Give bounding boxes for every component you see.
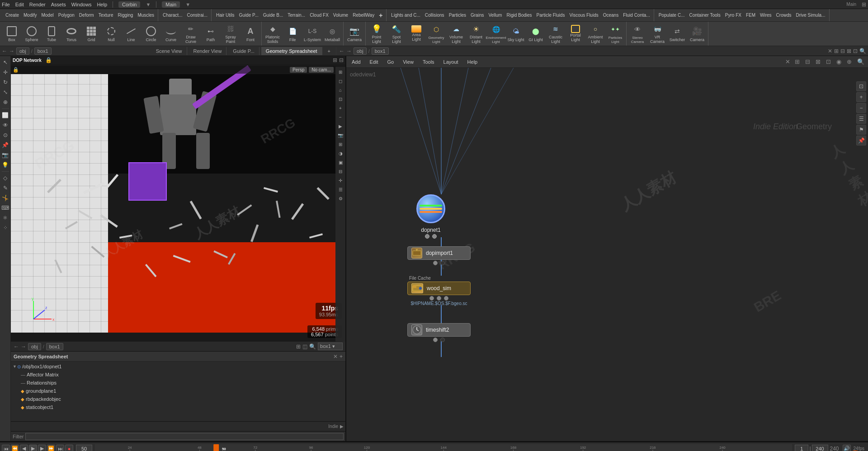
- net-icon4[interactable]: ⊠: [847, 48, 851, 54]
- tb1-model[interactable]: Model: [39, 12, 55, 19]
- tb1-guideb[interactable]: Guide B...: [261, 12, 285, 19]
- tool-metaball[interactable]: ◎ Metaball: [322, 23, 342, 45]
- lt-camera2[interactable]: 📷: [1, 150, 10, 160]
- prev-frame-btn[interactable]: ◀: [20, 445, 28, 451]
- tab-guide[interactable]: Guide P...: [228, 47, 259, 55]
- wood-sim-body[interactable]: wood_sim: [407, 282, 471, 295]
- menu-windows[interactable]: Windows: [71, 2, 92, 7]
- lt-particle[interactable]: ⁘: [1, 223, 10, 232]
- tb1-guidep[interactable]: Guide P...: [237, 12, 260, 19]
- net-tb6[interactable]: ◉: [836, 58, 841, 65]
- rpath-back-btn[interactable]: ←: [339, 48, 344, 54]
- viewport-icon1[interactable]: ⊞: [333, 57, 337, 63]
- menu-file[interactable]: File: [2, 2, 10, 7]
- net-tb5[interactable]: ⊡: [826, 58, 831, 65]
- viewport-icon2[interactable]: ⊟: [339, 57, 344, 63]
- dopimport1-pin2[interactable]: [440, 261, 445, 265]
- viewport-lock-btn[interactable]: 🔒: [13, 67, 19, 73]
- tool-null[interactable]: Null: [101, 23, 121, 45]
- path-forward-btn[interactable]: →: [9, 48, 14, 54]
- tool-platonic[interactable]: ◆ PlatonicSolids: [263, 23, 283, 45]
- ss-path-fwd[interactable]: →: [21, 343, 26, 350]
- tb1-particles[interactable]: Particles: [447, 12, 468, 19]
- tool-sphere[interactable]: Sphere: [22, 23, 42, 45]
- net-go-btn[interactable]: Go: [385, 58, 397, 66]
- tb1-oceans[interactable]: Oceans: [601, 12, 620, 19]
- ss-add[interactable]: +: [340, 353, 343, 360]
- menu-help[interactable]: Help: [97, 2, 107, 7]
- tb1-crowds[interactable]: Crowds: [774, 12, 793, 19]
- tb1-containertools[interactable]: Container Tools: [687, 12, 722, 19]
- tool-volume-light[interactable]: ☁ Volume Light: [446, 23, 466, 45]
- tool-gi-light[interactable]: ⬤ GI Light: [526, 23, 546, 45]
- lt-transform[interactable]: ⊕: [1, 98, 10, 107]
- net-search[interactable]: 🔍: [859, 48, 866, 54]
- tb1-hair[interactable]: Hair Utils: [214, 12, 236, 19]
- ss-path-box1[interactable]: box1: [46, 343, 63, 350]
- tool-circle[interactable]: Circle: [141, 23, 161, 45]
- dopnet1-pin1[interactable]: [425, 234, 429, 239]
- window-controls[interactable]: ⊞: [862, 1, 866, 8]
- path-box1[interactable]: box1: [34, 47, 52, 55]
- dopimport1-body[interactable]: dopimport1: [407, 246, 471, 260]
- timeshift2-body[interactable]: timeshift2: [407, 323, 471, 337]
- net-tb3[interactable]: ⊟: [805, 58, 810, 65]
- tool-portal-light[interactable]: Portal Light: [566, 23, 585, 45]
- tb1-viscousfluids[interactable]: Viscous Fluids: [567, 12, 600, 19]
- vr-bg[interactable]: ▣: [336, 158, 344, 166]
- vr-frame[interactable]: ⊡: [336, 95, 344, 103]
- tree-affector[interactable]: — Affector Matrix: [11, 371, 345, 379]
- tool-env-light[interactable]: 🌐 EnvironmentLight: [486, 23, 506, 45]
- node-dopnet1[interactable]: dopnet1: [416, 194, 445, 239]
- lt-edit[interactable]: ✎: [1, 183, 10, 193]
- tb1-fem[interactable]: FEM: [744, 12, 757, 19]
- tool-area-light[interactable]: Area Light: [406, 23, 426, 45]
- tool-torus[interactable]: Torus: [61, 23, 81, 45]
- net-layout-btn[interactable]: Layout: [441, 58, 461, 66]
- tree-relationships[interactable]: — Relationships: [11, 379, 345, 387]
- net-add-btn[interactable]: Add: [349, 58, 363, 66]
- tb1-pyrofx[interactable]: Pyro FX: [723, 12, 743, 19]
- ss-icon2[interactable]: ◫: [302, 343, 307, 350]
- tb1-polygon[interactable]: Polygon: [57, 12, 76, 19]
- path-obj[interactable]: obj: [16, 47, 29, 55]
- vr-settings[interactable]: ⚙: [336, 194, 344, 202]
- workspace-name[interactable]: Corbin: [118, 1, 140, 8]
- tool-geo-light[interactable]: ⬡ GeometryLight: [426, 23, 446, 45]
- context-name[interactable]: Main: [162, 1, 180, 8]
- net-icon1[interactable]: ✕: [828, 48, 832, 54]
- tb1-wires[interactable]: Wires: [758, 12, 774, 19]
- lt-light[interactable]: 💡: [1, 160, 10, 169]
- cam-btn[interactable]: No cam...: [309, 67, 334, 73]
- tree-dopnet1[interactable]: ▼ ⊙ /obj/box1/dopnet1: [11, 362, 345, 371]
- menu-assets[interactable]: Assets: [51, 2, 66, 7]
- tool-switcher[interactable]: ⇄ Switcher: [667, 23, 687, 45]
- vr-render[interactable]: ▶: [336, 122, 344, 130]
- tree-groundplane1[interactable]: ◆ groundplane1: [11, 387, 345, 395]
- tool-draw-curve[interactable]: ✏ Draw Curve: [181, 23, 201, 45]
- lt-move[interactable]: ✛: [1, 68, 10, 77]
- tree-static[interactable]: ◆ staticobject1: [11, 403, 345, 411]
- lt-pin[interactable]: 📌: [1, 141, 10, 150]
- tool-spot-light[interactable]: 🔦 Spot Light: [387, 23, 406, 45]
- rpath-obj[interactable]: obj: [354, 47, 367, 55]
- next-key-btn[interactable]: ⏩: [47, 445, 55, 451]
- tool-line[interactable]: Line: [121, 23, 141, 45]
- vr-handles[interactable]: ✛: [336, 176, 344, 184]
- tb1-rigidbodies[interactable]: Rigid Bodies: [505, 12, 533, 19]
- tb1-constrai[interactable]: Constrai...: [185, 12, 209, 19]
- tool-camera[interactable]: 📷 Camera: [344, 23, 364, 45]
- vr-layout[interactable]: ⊞: [336, 68, 344, 76]
- tool-file[interactable]: 📄 File: [283, 23, 302, 45]
- tool-distant-light[interactable]: ☀ Distant Light: [466, 23, 486, 45]
- vr-wireframe[interactable]: ⊞: [336, 140, 344, 148]
- rpath-box1[interactable]: box1: [372, 47, 389, 55]
- expand-dopnet1[interactable]: ▼: [13, 364, 17, 369]
- lt-geo[interactable]: ◇: [1, 174, 10, 183]
- tool-lsystem[interactable]: L-S L-System: [302, 23, 322, 45]
- lt-snap[interactable]: ⊙: [1, 131, 10, 140]
- prev-key-btn[interactable]: ⏪: [11, 445, 19, 451]
- next-frame-btn[interactable]: ▶: [38, 445, 46, 451]
- tool-sky-light[interactable]: 🌤 Sky Light: [506, 23, 526, 45]
- net-tools-btn[interactable]: Tools: [420, 58, 437, 66]
